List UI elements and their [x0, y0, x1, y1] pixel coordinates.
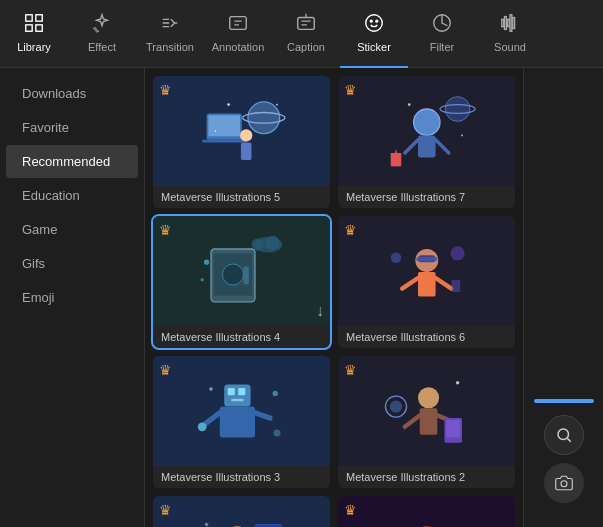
- svg-point-59: [198, 422, 207, 431]
- toolbar-item-annotation[interactable]: Annotation: [204, 0, 272, 68]
- svg-rect-14: [513, 18, 515, 29]
- card-meta1[interactable]: ♛: [153, 496, 330, 527]
- sound-icon: [499, 12, 521, 37]
- svg-line-58: [205, 413, 220, 424]
- sidebar: Downloads Favorite Recommended Education…: [0, 68, 145, 527]
- svg-rect-10: [502, 19, 504, 26]
- card-meta3[interactable]: ♛: [153, 356, 330, 488]
- svg-point-8: [376, 20, 378, 22]
- sidebar-item-gifs[interactable]: Gifs: [6, 247, 138, 280]
- card-meta6[interactable]: ♛ Metaverse Illust: [338, 216, 515, 348]
- svg-point-41: [265, 236, 279, 250]
- svg-point-29: [445, 97, 470, 122]
- right-panel: [523, 68, 603, 527]
- svg-rect-46: [416, 257, 437, 261]
- crown-icon-5: ♛: [159, 362, 172, 378]
- toolbar-item-sticker[interactable]: Sticker: [340, 0, 408, 68]
- svg-point-33: [408, 103, 411, 106]
- crown-icon-2: ♛: [344, 82, 357, 98]
- svg-line-27: [405, 140, 418, 153]
- card-label-meta2: Metaverse Illustrations 2: [338, 466, 515, 488]
- svg-point-62: [272, 391, 277, 396]
- caption-label: Caption: [287, 41, 325, 53]
- svg-rect-56: [231, 399, 243, 402]
- svg-point-89: [561, 481, 567, 487]
- card-thumb-meta7: ♛: [338, 76, 515, 186]
- crown-icon-3: ♛: [159, 222, 172, 238]
- svg-point-43: [200, 278, 204, 282]
- sticker-grid: ♛: [153, 76, 515, 527]
- sticker-label: Sticker: [357, 41, 391, 53]
- svg-point-34: [461, 135, 463, 137]
- svg-point-51: [450, 246, 464, 260]
- filter-label: Filter: [430, 41, 454, 53]
- svg-point-23: [240, 129, 252, 141]
- toolbar-item-effect[interactable]: Effect: [68, 0, 136, 68]
- svg-rect-11: [505, 17, 507, 30]
- svg-point-71: [390, 400, 402, 412]
- right-panel-progress-bar: [534, 399, 594, 403]
- card-thumb-meta4: ♛ ↓: [153, 216, 330, 326]
- card-thumb-maskman: ♛: [338, 496, 515, 527]
- crown-icon-7: ♛: [159, 502, 172, 518]
- card-label-meta6: Metaverse Illustrations 6: [338, 326, 515, 348]
- svg-rect-38: [243, 267, 248, 285]
- sidebar-item-recommended[interactable]: Recommended: [6, 145, 138, 178]
- svg-line-49: [435, 278, 451, 289]
- card-thumb-meta5: ♛: [153, 76, 330, 186]
- crown-icon-4: ♛: [344, 222, 357, 238]
- svg-rect-4: [230, 17, 247, 30]
- effect-icon: [91, 12, 113, 37]
- card-meta7[interactable]: ♛: [338, 76, 515, 208]
- svg-point-18: [248, 102, 280, 134]
- card-maskman[interactable]: ♛: [338, 496, 515, 527]
- svg-point-37: [222, 264, 243, 285]
- search-button[interactable]: [544, 415, 584, 455]
- card-thumb-meta1: ♛: [153, 496, 330, 527]
- sidebar-item-emoji[interactable]: Emoji: [6, 281, 138, 314]
- svg-rect-32: [390, 153, 401, 166]
- svg-point-81: [205, 523, 209, 527]
- toolbar-item-filter[interactable]: Filter: [408, 0, 476, 68]
- svg-rect-53: [224, 385, 250, 407]
- svg-rect-65: [419, 408, 437, 434]
- card-thumb-meta2: ♛: [338, 356, 515, 466]
- caption-icon: [295, 12, 317, 37]
- svg-rect-2: [26, 25, 32, 31]
- svg-rect-55: [238, 388, 245, 395]
- card-meta2[interactable]: ♛: [338, 356, 515, 488]
- card-meta4[interactable]: ♛ ↓: [153, 216, 330, 348]
- svg-rect-47: [418, 272, 436, 297]
- main-area: Downloads Favorite Recommended Education…: [0, 68, 603, 527]
- sidebar-item-education[interactable]: Education: [6, 179, 138, 212]
- card-meta5[interactable]: ♛: [153, 76, 330, 208]
- toolbar: Library Effect Transition Annotation Cap…: [0, 0, 603, 68]
- camera-button[interactable]: [544, 463, 584, 503]
- svg-point-7: [370, 20, 372, 22]
- svg-rect-16: [208, 115, 240, 136]
- svg-point-61: [209, 387, 213, 391]
- svg-point-64: [418, 387, 439, 408]
- toolbar-item-library[interactable]: Library: [0, 0, 68, 68]
- svg-rect-5: [298, 18, 315, 30]
- toolbar-item-sound[interactable]: Sound: [476, 0, 544, 68]
- toolbar-item-caption[interactable]: Caption: [272, 0, 340, 68]
- download-icon: ↓: [316, 302, 324, 320]
- svg-rect-24: [241, 142, 252, 160]
- card-label-meta4: Metaverse Illustrations 4: [153, 326, 330, 348]
- transition-icon: [159, 12, 181, 37]
- svg-rect-3: [36, 25, 42, 31]
- sidebar-item-favorite[interactable]: Favorite: [6, 111, 138, 144]
- svg-rect-17: [202, 140, 246, 143]
- svg-point-72: [456, 381, 460, 385]
- svg-rect-13: [510, 15, 512, 32]
- sidebar-item-game[interactable]: Game: [6, 213, 138, 246]
- sidebar-item-downloads[interactable]: Downloads: [6, 77, 138, 110]
- toolbar-item-transition[interactable]: Transition: [136, 0, 204, 68]
- card-label-meta3: Metaverse Illustrations 3: [153, 466, 330, 488]
- svg-point-22: [214, 130, 216, 132]
- annotation-icon: [227, 12, 249, 37]
- crown-icon: ♛: [159, 82, 172, 98]
- svg-rect-52: [451, 280, 460, 292]
- svg-point-40: [251, 238, 263, 250]
